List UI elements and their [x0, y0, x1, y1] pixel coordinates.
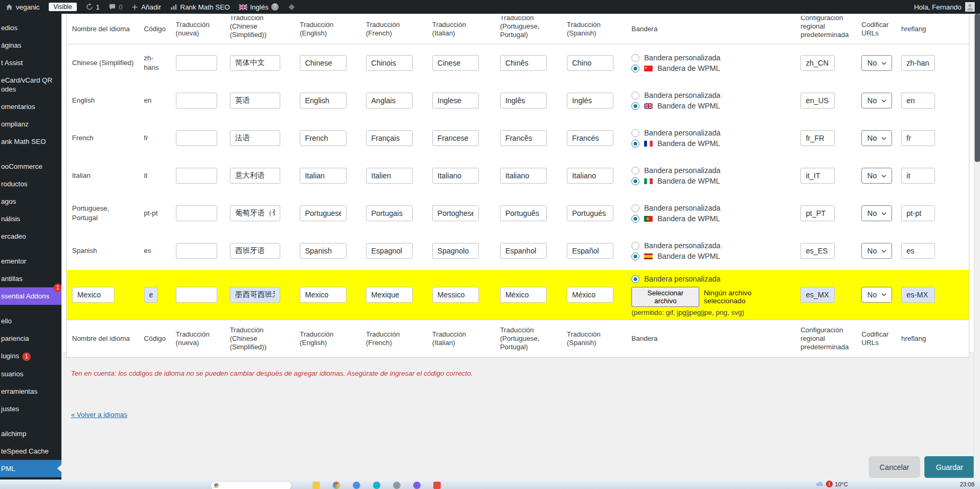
sidebar-item-antillas[interactable]: antillas [0, 270, 61, 287]
sidebar-item-justes[interactable]: justes [0, 400, 61, 418]
translation-input-french[interactable] [366, 168, 413, 184]
translation-input-portuguese[interactable] [500, 287, 547, 303]
translation-input-italian[interactable] [432, 93, 479, 108]
translation-input-portuguese[interactable] [500, 55, 547, 71]
sidebar-item-t-assist[interactable]: t Assist [0, 54, 61, 71]
translation-input-new[interactable] [176, 168, 217, 184]
encode-urls-select[interactable]: No [861, 168, 892, 184]
translation-input-portuguese[interactable] [500, 243, 547, 259]
translation-input-french[interactable] [366, 55, 413, 71]
updates-menu[interactable]: 1 [86, 3, 100, 11]
wpml-flag-radio[interactable] [631, 140, 639, 148]
taskbar-clock[interactable]: 23:08 [960, 481, 975, 487]
sidebar-item-erramientas[interactable]: erramientas [0, 383, 61, 400]
translation-input-chinese-simplified[interactable] [230, 205, 280, 221]
default-locale-input[interactable] [800, 205, 835, 221]
sidebar-item-edios[interactable]: edios [0, 19, 61, 37]
encode-urls-select[interactable]: No [861, 205, 892, 221]
encode-urls-select[interactable]: No [861, 55, 892, 71]
translation-input-spanish[interactable] [567, 243, 613, 259]
elementor-app-icon[interactable] [433, 482, 441, 489]
translation-input-italian[interactable] [432, 205, 479, 221]
translation-input-new[interactable] [176, 93, 217, 108]
translation-input-spanish[interactable] [567, 205, 613, 221]
teal-app-icon[interactable] [373, 482, 380, 489]
wpml-flag-radio[interactable] [631, 102, 639, 110]
default-locale-input[interactable] [800, 93, 835, 108]
translation-input-french[interactable] [366, 205, 413, 221]
language-name-input[interactable] [72, 287, 114, 303]
translation-input-portuguese[interactable] [500, 93, 547, 108]
sidebar-item-omentarios[interactable]: omentarios [0, 98, 61, 115]
chrome-icon[interactable] [353, 482, 360, 489]
translation-input-chinese-simplified[interactable] [230, 93, 280, 108]
taskbar-search[interactable] [211, 482, 291, 489]
sidebar-item-ailchimp[interactable]: ailchimp [0, 425, 61, 442]
rank-math-menu[interactable]: Rank Math SEO [170, 3, 230, 11]
translation-input-italian[interactable] [432, 287, 479, 303]
translation-input-new[interactable] [176, 55, 217, 71]
sidebar-item-ello[interactable]: ello [0, 312, 61, 330]
wpml-flag-radio[interactable] [631, 252, 639, 260]
translation-input-english[interactable] [300, 130, 346, 146]
translation-input-new[interactable] [176, 287, 217, 303]
translation-input-english[interactable] [300, 243, 346, 259]
sidebar-item-ecard-vcard-qr-odes[interactable]: eCard/vCard QR odes [0, 71, 61, 98]
hreflang-input[interactable] [901, 168, 935, 184]
translation-input-spanish[interactable] [567, 287, 613, 303]
hreflang-input[interactable] [901, 93, 935, 108]
custom-flag-radio[interactable] [631, 92, 639, 99]
purple-app-icon[interactable] [413, 482, 421, 489]
hreflang-input[interactable] [901, 287, 935, 303]
translation-input-english[interactable] [300, 205, 346, 221]
hreflang-input[interactable] [901, 205, 935, 221]
sidebar-item-ementor[interactable]: ementor [0, 252, 61, 270]
translation-input-chinese-simplified[interactable] [230, 55, 280, 71]
encode-urls-select[interactable]: No [861, 130, 892, 146]
sidebar-item-omplianz[interactable]: omplianz [0, 115, 61, 133]
translation-input-portuguese[interactable] [500, 205, 547, 221]
scrollbar-thumb[interactable] [975, 14, 980, 162]
default-locale-input[interactable] [800, 243, 835, 259]
translation-input-italian[interactable] [432, 168, 479, 184]
select-file-button[interactable]: Seleccionar archivo [631, 287, 699, 307]
sidebar-item-ssential-addons[interactable]: ssential Addons1 [0, 287, 61, 305]
translation-input-chinese-simplified[interactable] [230, 130, 280, 146]
default-locale-input[interactable] [800, 287, 835, 303]
sidebar-item-ercadeo[interactable]: ercadeo [0, 228, 61, 245]
sidebar-item-pariencia[interactable]: pariencia [0, 330, 61, 347]
sidebar-item-roductos[interactable]: roductos [0, 175, 61, 193]
translation-input-french[interactable] [366, 130, 413, 146]
sidebar-item-lugins[interactable]: lugins1 [0, 347, 61, 365]
cancel-button[interactable]: Cancelar [869, 456, 920, 478]
wpml-flag-radio[interactable] [631, 65, 639, 73]
save-button[interactable]: Guardar [924, 456, 974, 478]
translation-input-chinese-simplified[interactable] [230, 243, 280, 259]
translation-input-portuguese[interactable] [500, 168, 547, 184]
translation-input-new[interactable] [176, 130, 217, 146]
avatar[interactable] [965, 2, 975, 12]
translation-input-spanish[interactable] [567, 93, 613, 108]
translation-input-chinese-simplified[interactable] [230, 287, 280, 303]
site-menu[interactable]: veganic [5, 3, 40, 11]
translation-input-english[interactable] [300, 93, 346, 108]
visibility-badge[interactable]: Visible [49, 3, 77, 11]
translation-input-portuguese[interactable] [500, 130, 547, 146]
default-locale-input[interactable] [800, 55, 835, 71]
comments-menu[interactable]: 0 [109, 3, 122, 11]
custom-flag-radio[interactable] [631, 275, 639, 283]
sidebar-item-tespeed-cache[interactable]: teSpeed Cache [0, 442, 61, 460]
translation-input-english[interactable] [300, 287, 346, 303]
custom-flag-radio[interactable] [631, 54, 639, 62]
custom-flag-radio[interactable] [631, 204, 639, 212]
camera-icon[interactable] [393, 482, 400, 489]
scrollbar[interactable] [974, 14, 980, 479]
sidebar-item-suarios[interactable]: suarios [0, 365, 61, 383]
default-locale-input[interactable] [800, 130, 835, 146]
custom-flag-radio[interactable] [631, 129, 639, 137]
add-new-menu[interactable]: Añadir [131, 3, 161, 11]
encode-urls-select[interactable]: No [861, 93, 892, 108]
translation-input-new[interactable] [176, 205, 217, 221]
translation-input-new[interactable] [176, 243, 217, 259]
wpml-flag-radio[interactable] [631, 215, 639, 223]
